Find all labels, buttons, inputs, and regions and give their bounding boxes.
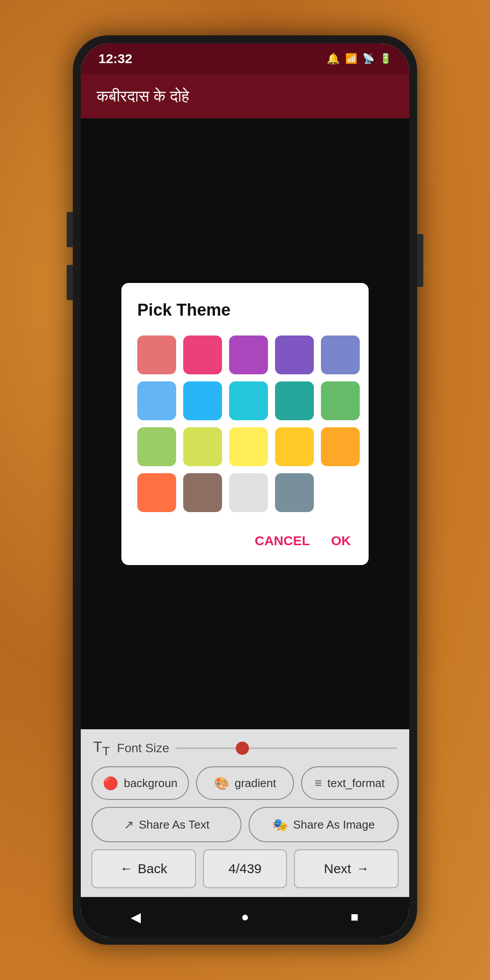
color-swatch-violet[interactable] [275,335,314,374]
phone-frame: 12:32 🔔 📶 📡 🔋 कबीरदास के दोहे जिन खोजा त… [73,35,417,945]
content-area: जिन खोजा तिन पाइया, गहरे पानी पैठ, मैं ब… [81,118,409,729]
system-back-button[interactable]: ◀ [124,906,147,928]
app-bar: कबीरदास के दोहे [81,74,409,118]
next-label: Next [324,861,351,876]
color-swatch-green[interactable] [321,381,360,420]
color-swatch-sky-blue[interactable] [183,381,222,420]
system-back-icon: ◀ [131,909,141,925]
tool-buttons-row: 🔴 backgroun 🎨 gradient ≡ text_format [91,766,399,800]
color-swatch-yellow[interactable] [229,427,268,466]
theme-picker-dialog: Pick Theme [121,283,369,565]
color-swatch-brown[interactable] [183,473,222,512]
font-size-label: Font Size [117,741,169,755]
phone-screen: 12:32 🔔 📶 📡 🔋 कबीरदास के दोहे जिन खोजा त… [81,43,409,937]
system-home-button[interactable]: ● [234,906,256,928]
color-grid [137,335,353,512]
font-size-row: TT Font Size [91,738,399,758]
background-label: backgroun [124,776,177,790]
color-swatch-indigo[interactable] [321,335,360,374]
share-image-label: Share As Image [293,818,375,832]
text-format-icon: ≡ [315,776,322,790]
text-format-button[interactable]: ≡ text_format [301,766,399,800]
text-format-label: text_format [327,776,384,790]
nav-row: ← Back 4/439 Next → [91,849,399,888]
share-image-icon: 🎭 [272,818,288,832]
gradient-icon: 🎨 [214,776,230,791]
color-swatch-teal[interactable] [275,381,314,420]
background-button[interactable]: 🔴 backgroun [91,766,189,800]
status-icons: 🔔 📶 📡 🔋 [327,53,392,65]
color-swatch-deep-orange[interactable] [137,473,176,512]
color-swatch-grey[interactable] [229,473,268,512]
volume-up-button[interactable] [67,212,73,247]
system-home-icon: ● [241,909,249,924]
slider-thumb [236,742,249,755]
system-recent-button[interactable]: ■ [343,906,366,928]
background-icon: 🔴 [103,776,118,791]
share-text-button[interactable]: ↗ Share As Text [91,807,241,842]
color-swatch-lime[interactable] [183,427,222,466]
color-swatch-amber[interactable] [275,427,314,466]
volume-down-button[interactable] [67,265,73,300]
notification-icon: 🔔 [327,53,340,65]
cancel-button[interactable]: CANCEL [253,530,312,552]
share-row: ↗ Share As Text 🎭 Share As Image [91,807,399,842]
back-label: Back [138,861,167,876]
gradient-label: gradient [235,776,276,790]
system-nav-bar: ◀ ● ■ [81,897,409,937]
color-swatch-salmon[interactable] [137,335,176,374]
gradient-button[interactable]: 🎨 gradient [196,766,294,800]
color-swatch-light-green[interactable] [137,427,176,466]
color-swatch-orange[interactable] [321,427,360,466]
color-swatch-blue-grey[interactable] [275,473,314,512]
signal-icon: 📡 [362,53,374,64]
page-counter: 4/439 [203,849,287,888]
color-swatch-cyan[interactable] [229,381,268,420]
share-text-label: Share As Text [139,818,210,832]
font-size-slider[interactable] [176,747,397,749]
modal-actions: CANCEL OK [137,530,353,552]
status-time: 12:32 [98,51,132,66]
ok-button[interactable]: OK [329,530,353,552]
color-swatch-pink[interactable] [183,335,222,374]
app-title: कबीरदास के दोहे [97,87,189,106]
battery-icon: 🔋 [380,53,392,64]
share-image-button[interactable]: 🎭 Share As Image [249,807,399,842]
back-button[interactable]: ← Back [91,849,196,888]
color-swatch-purple[interactable] [229,335,268,374]
color-swatch-light-blue[interactable] [137,381,176,420]
back-arrow-icon: ← [120,862,132,876]
modal-title: Pick Theme [137,301,353,320]
font-size-icon: TT [93,738,110,758]
power-button[interactable] [417,234,423,287]
next-arrow-icon: → [356,862,369,876]
modal-overlay: Pick Theme [81,118,409,729]
wifi-icon: 📶 [345,53,357,64]
system-recent-icon: ■ [351,909,358,924]
share-text-icon: ↗ [124,818,134,832]
page-counter-text: 4/439 [228,861,261,876]
controls-area: TT Font Size 🔴 backgroun 🎨 gradient ≡ [81,729,409,897]
status-bar: 12:32 🔔 📶 📡 🔋 [81,43,409,74]
next-button[interactable]: Next → [294,849,399,888]
